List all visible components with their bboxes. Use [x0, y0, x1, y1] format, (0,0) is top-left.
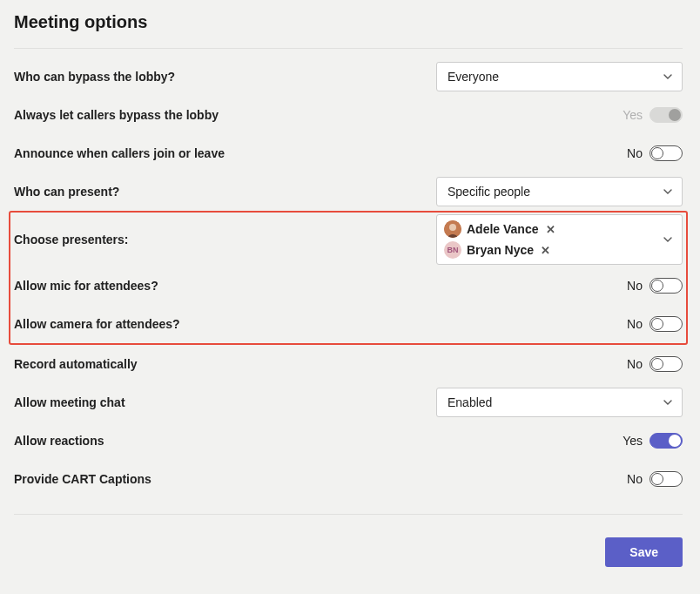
avatar: BN: [444, 241, 461, 259]
svg-point-1: [449, 224, 456, 231]
toggle-allow-camera-text: No: [623, 317, 643, 331]
toggle-allow-camera[interactable]: [650, 316, 683, 332]
label-choose-presenters: Choose presenters:: [14, 233, 432, 246]
row-allow-mic: Allow mic for attendees? No: [14, 267, 683, 305]
divider-bottom: [14, 514, 683, 515]
toggle-announce-text: No: [623, 146, 643, 160]
row-chat: Allow meeting chat Enabled: [14, 383, 683, 422]
save-button[interactable]: Save: [605, 537, 683, 567]
toggle-reactions[interactable]: [650, 433, 683, 449]
presenter-name: Bryan Nyce: [467, 243, 534, 257]
label-reactions: Allow reactions: [14, 434, 432, 448]
toggle-announce[interactable]: [650, 145, 683, 161]
select-chat-value: Enabled: [448, 395, 492, 409]
select-presenters[interactable]: Adele Vance ✕ BN Bryan Nyce ✕: [436, 214, 683, 265]
select-present[interactable]: Specific people: [436, 177, 683, 206]
label-allow-camera: Allow camera for attendees?: [14, 317, 432, 331]
row-record: Record automatically No: [14, 345, 683, 383]
divider-top: [14, 48, 683, 49]
chevron-down-icon: [663, 186, 673, 197]
toggle-cart[interactable]: [650, 471, 683, 487]
select-bypass-lobby-value: Everyone: [448, 70, 499, 84]
remove-presenter-icon[interactable]: ✕: [541, 244, 550, 257]
presenter-chip: BN Bryan Nyce ✕: [444, 241, 555, 259]
toggle-allow-mic[interactable]: [650, 278, 683, 294]
label-allow-mic: Allow mic for attendees?: [14, 279, 432, 293]
select-present-value: Specific people: [448, 185, 530, 199]
select-chat[interactable]: Enabled: [436, 388, 683, 417]
toggle-record-text: No: [623, 357, 643, 371]
toggle-cart-text: No: [623, 472, 643, 486]
presenter-name: Adele Vance: [467, 222, 539, 236]
select-bypass-lobby[interactable]: Everyone: [436, 62, 683, 91]
toggle-allow-mic-text: No: [623, 279, 643, 293]
row-announce: Announce when callers join or leave No: [14, 134, 683, 172]
toggle-reactions-text: Yes: [623, 434, 643, 448]
toggle-callers-bypass: [650, 107, 683, 123]
label-cart: Provide CART Captions: [14, 472, 432, 486]
label-callers-bypass: Always let callers bypass the lobby: [14, 108, 432, 122]
row-callers-bypass: Always let callers bypass the lobby Yes: [14, 96, 683, 134]
row-choose-presenters: Choose presenters: Adele Vance ✕ BN: [14, 213, 683, 267]
highlight-section: Choose presenters: Adele Vance ✕ BN: [9, 211, 688, 345]
label-present: Who can present?: [14, 185, 432, 199]
remove-presenter-icon[interactable]: ✕: [546, 223, 555, 236]
chevron-down-icon: [663, 71, 673, 82]
label-bypass-lobby: Who can bypass the lobby?: [14, 70, 432, 84]
chevron-down-icon: [663, 234, 673, 245]
avatar: [444, 220, 461, 238]
label-record: Record automatically: [14, 357, 432, 371]
page-title: Meeting options: [14, 12, 683, 32]
row-cart: Provide CART Captions No: [14, 460, 683, 498]
label-chat: Allow meeting chat: [14, 395, 432, 409]
chevron-down-icon: [663, 397, 673, 408]
toggle-callers-bypass-text: Yes: [623, 108, 643, 122]
row-allow-camera: Allow camera for attendees? No: [14, 305, 683, 343]
row-reactions: Allow reactions Yes: [14, 422, 683, 460]
row-present: Who can present? Specific people: [14, 172, 683, 211]
label-announce: Announce when callers join or leave: [14, 146, 432, 160]
toggle-record[interactable]: [650, 356, 683, 372]
row-bypass-lobby: Who can bypass the lobby? Everyone: [14, 57, 683, 96]
presenter-chip: Adele Vance ✕: [444, 220, 555, 238]
